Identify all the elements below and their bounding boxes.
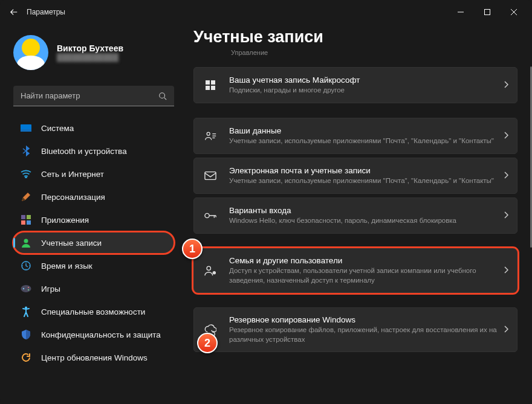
search-input[interactable] xyxy=(13,86,174,106)
card-ms-account[interactable]: Ваша учетная запись МайкрософтПодписки, … xyxy=(193,67,517,103)
sidebar-item-personalization[interactable]: Персонализация xyxy=(13,186,174,208)
sidebar-item-label: Персонализация xyxy=(41,193,105,202)
sidebar-item-bluetooth[interactable]: Bluetooth и устройства xyxy=(13,140,174,162)
sidebar-item-label: Специальные возможности xyxy=(41,307,145,316)
svg-rect-21 xyxy=(205,172,216,180)
page-title: Учетные записи xyxy=(193,28,517,46)
sidebar-item-time[interactable]: Время и язык xyxy=(13,255,174,277)
svg-rect-5 xyxy=(21,215,25,219)
sidebar-item-system[interactable]: Система xyxy=(13,117,174,139)
chevron-right-icon xyxy=(504,265,508,276)
nav: СистемаBluetooth и устройстваСеть и Инте… xyxy=(13,117,174,368)
chevron-right-icon xyxy=(504,80,508,91)
sidebar-item-label: Система xyxy=(41,124,74,133)
avatar xyxy=(13,35,48,70)
chevron-right-icon xyxy=(504,210,508,221)
svg-rect-18 xyxy=(206,86,210,90)
sidebar-item-label: Приложения xyxy=(41,216,89,225)
chevron-right-icon xyxy=(504,130,508,141)
sidebar-item-gaming[interactable]: Игры xyxy=(13,278,174,300)
card-email[interactable]: Электронная почта и учетные записиУчетны… xyxy=(193,158,517,194)
svg-rect-16 xyxy=(206,80,210,85)
sidebar-item-label: Игры xyxy=(41,284,60,293)
system-icon xyxy=(21,123,31,133)
card-title: Электронная почта и учетные записи xyxy=(229,166,498,175)
card-title: Ваши данные xyxy=(229,126,498,135)
sidebar-item-label: Bluetooth и устройства xyxy=(41,147,127,156)
sidebar-item-label: Время и язык xyxy=(41,261,92,271)
gaming-icon xyxy=(21,283,31,294)
svg-point-23 xyxy=(207,266,210,270)
close-button[interactable] xyxy=(501,0,527,24)
sidebar-item-label: Конфиденциальность и защита xyxy=(41,330,161,339)
svg-point-14 xyxy=(28,289,29,290)
svg-rect-6 xyxy=(27,215,31,219)
family-icon xyxy=(200,260,221,281)
breadcrumb: Управление xyxy=(231,49,517,56)
svg-point-12 xyxy=(23,288,24,289)
card-title: Резервное копирование Windows xyxy=(229,315,498,324)
card-signin[interactable]: Варианты входаWindows Hello, ключ безопа… xyxy=(193,197,517,234)
svg-point-9 xyxy=(24,239,28,243)
time-icon xyxy=(21,260,31,271)
card-desc: Windows Hello, ключ безопасности, пароль… xyxy=(229,216,498,226)
profile[interactable]: Виктор Бухтеев ████████████ xyxy=(13,31,174,86)
accessibility-icon xyxy=(21,306,31,317)
main: Учетные записи Управление Ваша учетная з… xyxy=(181,24,532,404)
annotation-marker-1: 1 xyxy=(182,239,203,259)
svg-rect-3 xyxy=(21,129,31,132)
sidebar-item-label: Центр обновления Windows xyxy=(41,353,148,362)
titlebar: Параметры xyxy=(0,0,532,24)
card-desc: Подписки, награды и многое другое xyxy=(229,86,498,95)
card-desc: Учетные записи, используемые приложениям… xyxy=(229,176,498,186)
privacy-icon xyxy=(21,329,31,340)
svg-rect-8 xyxy=(27,220,31,225)
minimize-button[interactable] xyxy=(447,0,474,24)
svg-rect-7 xyxy=(21,220,25,225)
card-backup[interactable]: Резервное копирование WindowsРезервное к… xyxy=(193,307,517,352)
apps-icon xyxy=(21,214,31,225)
svg-point-22 xyxy=(205,213,209,217)
card-title: Варианты входа xyxy=(229,206,498,215)
svg-point-20 xyxy=(207,132,210,135)
bluetooth-icon xyxy=(21,146,31,156)
chevron-right-icon xyxy=(504,324,508,335)
card-desc: Резервное копирование файлов, приложений… xyxy=(229,325,498,344)
profile-email: ████████████ xyxy=(57,53,123,62)
card-your-info[interactable]: Ваши данныеУчетные записи, используемые … xyxy=(193,118,517,154)
accounts-icon xyxy=(21,237,31,248)
back-button[interactable] xyxy=(10,8,18,16)
search xyxy=(13,86,174,106)
ms-account-icon xyxy=(200,75,221,95)
maximize-button[interactable] xyxy=(474,0,501,24)
email-icon xyxy=(200,165,221,186)
svg-point-11 xyxy=(21,285,31,292)
update-icon xyxy=(21,352,31,363)
sidebar-item-accessibility[interactable]: Специальные возможности xyxy=(13,301,174,322)
your-info-icon xyxy=(200,126,221,146)
sidebar-item-privacy[interactable]: Конфиденциальность и защита xyxy=(13,324,174,345)
scrollbar[interactable] xyxy=(528,66,532,404)
profile-name: Виктор Бухтеев xyxy=(57,43,123,53)
chevron-right-icon xyxy=(504,170,508,181)
sidebar-item-network[interactable]: Сеть и Интернет xyxy=(13,163,174,185)
svg-rect-19 xyxy=(211,86,215,90)
sidebar-item-accounts[interactable]: Учетные записи xyxy=(13,232,174,254)
sidebar-item-label: Учетные записи xyxy=(41,239,102,248)
svg-point-13 xyxy=(28,287,29,288)
sidebar-item-apps[interactable]: Приложения xyxy=(13,209,174,231)
personalization-icon xyxy=(21,191,31,202)
sidebar-item-label: Сеть и Интернет xyxy=(41,170,104,179)
card-desc: Учетные записи, используемые приложениям… xyxy=(229,136,498,146)
card-family[interactable]: Семья и другие пользователиДоступ к устр… xyxy=(193,248,517,293)
cards-list: Ваша учетная запись МайкрософтПодписки, … xyxy=(193,67,517,352)
svg-rect-0 xyxy=(485,10,490,15)
network-icon xyxy=(21,168,31,179)
card-desc: Доступ к устройствам, пользователи учетн… xyxy=(229,266,498,285)
svg-rect-17 xyxy=(211,80,215,85)
sidebar: Виктор Бухтеев ████████████ СистемаBluet… xyxy=(0,24,181,404)
window-title: Параметры xyxy=(27,8,65,16)
svg-point-4 xyxy=(25,177,27,178)
sidebar-item-update[interactable]: Центр обновления Windows xyxy=(13,347,174,368)
card-title: Ваша учетная запись Майкрософт xyxy=(229,75,498,85)
